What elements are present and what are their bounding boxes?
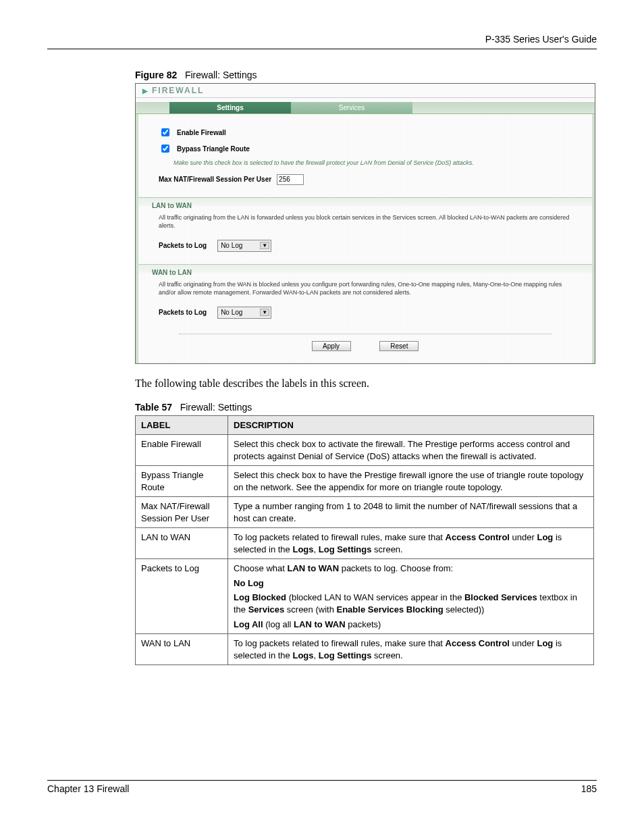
- table-row: Max NAT/Firewall Session Per UserType a …: [136, 497, 594, 528]
- wan-packets-label: Packets to Log: [159, 309, 207, 316]
- lan-to-wan-header: LAN to WAN: [138, 197, 592, 209]
- tab-services[interactable]: Services: [291, 102, 412, 114]
- header-rule: [47, 49, 597, 49]
- cell-description: Choose what LAN to WAN packets to log. C…: [228, 559, 594, 634]
- max-session-label: Max NAT/Firewall Session Per User: [159, 176, 271, 183]
- enable-firewall-label: Enable Firewall: [177, 129, 226, 136]
- footer-page-number: 185: [581, 783, 597, 794]
- apply-button[interactable]: Apply: [312, 341, 351, 351]
- lan-to-wan-desc: All traffic originating from the LAN is …: [138, 209, 592, 236]
- figure-title: Firewall: Settings: [185, 70, 257, 80]
- bypass-triangle-checkbox[interactable]: [161, 145, 169, 153]
- table-row: WAN to LANTo log packets related to fire…: [136, 634, 594, 665]
- max-session-input[interactable]: [277, 174, 304, 185]
- cell-label: Packets to Log: [136, 559, 228, 634]
- table-caption-label: Table 57: [135, 402, 172, 413]
- table-row: Packets to LogChoose what LAN to WAN pac…: [136, 559, 594, 634]
- ss-tabs: Settings Services: [136, 98, 595, 114]
- enable-firewall-checkbox[interactable]: [161, 128, 169, 136]
- cell-description: Type a number ranging from 1 to 2048 to …: [228, 497, 594, 528]
- cell-description: Select this check box to activate the fi…: [228, 434, 594, 465]
- wan-packets-select[interactable]: No Log▼: [217, 307, 271, 319]
- title-arrow-icon: ▶: [142, 87, 149, 95]
- figure-caption: Figure 82 Firewall: Settings: [135, 70, 597, 80]
- chevron-down-icon: ▼: [260, 242, 269, 249]
- cell-label: Bypass Triangle Route: [136, 466, 228, 497]
- body-text: The following table describes the labels…: [135, 377, 597, 390]
- button-row: Apply Reset: [179, 334, 552, 357]
- ss-page-title: ▶FIREWALL: [136, 84, 595, 98]
- cell-label: Enable Firewall: [136, 434, 228, 465]
- th-description: DESCRIPTION: [228, 415, 594, 434]
- figure-label: Figure 82: [135, 70, 177, 80]
- chevron-down-icon: ▼: [260, 309, 269, 316]
- cell-label: WAN to LAN: [136, 634, 228, 665]
- page-footer: Chapter 13 Firewall 185: [47, 780, 597, 794]
- table-caption: Table 57 Firewall: Settings: [135, 402, 597, 413]
- footer-chapter: Chapter 13 Firewall: [47, 783, 129, 794]
- cell-label: Max NAT/Firewall Session Per User: [136, 497, 228, 528]
- tab-spacer: [136, 102, 169, 114]
- wan-to-lan-header: WAN to LAN: [138, 264, 592, 276]
- header-guide: P-335 Series User's Guide: [47, 34, 597, 45]
- cell-description: To log packets related to firewall rules…: [228, 528, 594, 559]
- table-caption-title: Firewall: Settings: [180, 402, 252, 413]
- tab-settings[interactable]: Settings: [169, 102, 291, 114]
- cell-label: LAN to WAN: [136, 528, 228, 559]
- cell-description: To log packets related to firewall rules…: [228, 634, 594, 665]
- table-row: Enable FirewallSelect this check box to …: [136, 434, 594, 465]
- bypass-note: Make sure this check box is selected to …: [159, 159, 572, 167]
- cell-description: Select this check box to have the Presti…: [228, 466, 594, 497]
- lan-packets-label: Packets to Log: [159, 242, 207, 249]
- table-row: LAN to WANTo log packets related to fire…: [136, 528, 594, 559]
- th-label: LABEL: [136, 415, 228, 434]
- firewall-screenshot: ▶FIREWALL Settings Services Enable Firew…: [135, 83, 595, 364]
- lan-packets-select[interactable]: No Log▼: [217, 240, 271, 252]
- table-row: Bypass Triangle RouteSelect this check b…: [136, 466, 594, 497]
- description-table: LABEL DESCRIPTION Enable FirewallSelect …: [135, 415, 594, 665]
- reset-button[interactable]: Reset: [379, 341, 419, 351]
- bypass-triangle-label: Bypass Triangle Route: [177, 145, 250, 153]
- wan-to-lan-desc: All traffic originating from the WAN is …: [138, 276, 592, 303]
- tab-filler: [412, 102, 595, 114]
